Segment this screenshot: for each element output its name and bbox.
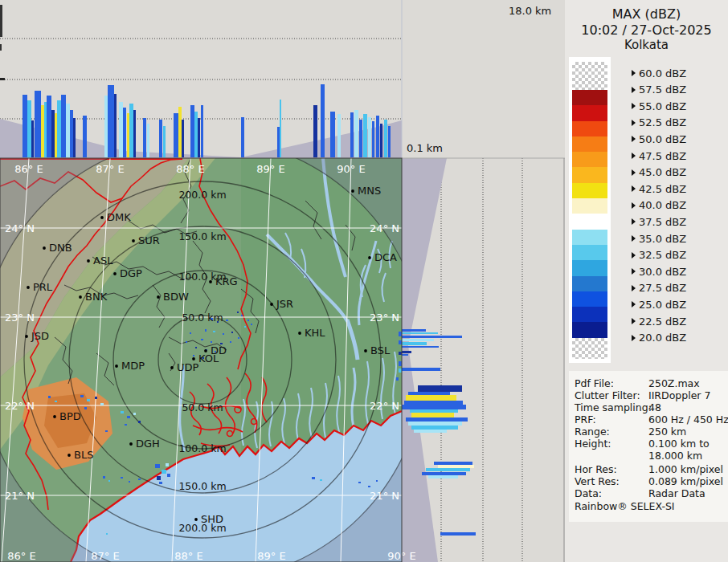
echo-pixel (157, 476, 161, 480)
echo-pixel (201, 339, 203, 340)
city-dot-BLS (67, 454, 71, 457)
max-height-label: 18.0 km (509, 5, 551, 17)
right-profile-bar (402, 351, 411, 353)
legend-checker-band-top (572, 62, 607, 90)
top-profile-bar (321, 84, 325, 157)
top-profile-bar (178, 107, 182, 157)
echo-pixel (167, 474, 170, 477)
beam-blockage-wedge-right (402, 158, 447, 562)
city-label-MNS: MNS (358, 185, 381, 197)
echo-pixel (103, 476, 105, 479)
info-label: Hor Res: (575, 463, 617, 475)
info-label: Data: (575, 487, 602, 499)
latitude-label-left: 22° N (5, 400, 35, 412)
latitude-label-right: 23° N (370, 312, 399, 324)
echo-pixel (193, 355, 194, 356)
city-label-JSR: JSR (276, 298, 293, 310)
info-value: IIRDoppler 7 (648, 389, 710, 401)
city-dot-BSL (364, 349, 367, 352)
city-label-BSL: BSL (370, 344, 391, 356)
range-ring-label: 200.0 km (178, 189, 226, 201)
info-row: Time sampling:48 (575, 401, 726, 413)
right-profile-bar (406, 395, 456, 401)
top-profile-bar (277, 127, 280, 157)
product-title: MAX (dBZ) (565, 6, 728, 22)
echo-pixel (138, 421, 141, 423)
right-profile-bar (406, 417, 468, 422)
info-row: PRF:600 Hz / 450 Hz (575, 413, 726, 426)
city-dot-BDW (157, 295, 160, 299)
city-dot-KOL (192, 357, 195, 360)
legend-band-1 (572, 105, 607, 120)
top-profile-bar (159, 120, 162, 157)
range-ring-label: 150.0 km (178, 230, 226, 242)
city-label-DGH: DGH (136, 438, 160, 450)
top-profile-bar (104, 96, 108, 157)
echo-pixel (399, 352, 402, 355)
city-label-DGP: DGP (120, 267, 142, 279)
software-brand: Rainbow® SELEX-SI (575, 500, 675, 512)
top-profile-bar (163, 126, 166, 157)
echo-pixel (368, 486, 370, 487)
info-value: 250Z.max (648, 377, 700, 389)
top-profile-bar (47, 96, 51, 157)
legend-band-0 (572, 90, 607, 105)
echo-pixel (211, 341, 212, 343)
city-label-DNB: DNB (49, 242, 72, 254)
legend-band-9 (572, 230, 607, 245)
city-dot-DNB (43, 246, 46, 250)
legend-band-10 (572, 245, 607, 260)
top-profile-bar (66, 104, 70, 157)
top-profile-bar (384, 120, 387, 157)
info-value: 250 km (648, 426, 686, 438)
echo-pixel (106, 533, 108, 535)
info-label: Vert Res: (575, 475, 620, 487)
top-profile-bar (61, 95, 66, 157)
echo-pixel (223, 333, 224, 335)
echo-pixel (376, 480, 378, 482)
top-profile-bar (41, 105, 44, 157)
longitude-label-bottom: 88° E (174, 550, 202, 562)
right-profile-bar (428, 475, 458, 479)
info-label: Time sampling: (575, 401, 652, 413)
right-profile-bar (426, 468, 470, 471)
echo-pixel (230, 341, 231, 343)
top-profile-bar (363, 114, 367, 157)
range-ring-label: 100.0 km (178, 442, 226, 454)
right-profile-bar (418, 385, 462, 392)
top-profile-bar (147, 124, 149, 157)
top-profile-bar (73, 118, 76, 157)
right-profile-bar (402, 336, 462, 338)
info-row: Hor Res:1.000 km/pixel (575, 463, 726, 475)
top-profile-bar (368, 117, 371, 157)
echo-pixel (155, 464, 160, 468)
right-profile-bar (402, 342, 427, 345)
right-profile-bar (402, 368, 440, 371)
echo-pixel (87, 399, 90, 401)
legend-checker-band-bottom (572, 338, 607, 359)
city-label-ASL: ASL (93, 255, 113, 267)
echo-pixel (399, 369, 402, 373)
echo-pixel (95, 397, 97, 399)
latitude-label-left: 21° N (5, 490, 35, 502)
info-row: Range:250 km (575, 426, 726, 438)
top-profile-bar (70, 110, 73, 157)
echo-pixel (213, 331, 215, 332)
echo-pixel (105, 430, 108, 432)
right-profile-bar (408, 392, 450, 395)
legend-band-6 (572, 183, 607, 198)
top-profile-bar (127, 113, 129, 157)
city-label-BPD: BPD (59, 410, 81, 422)
city-label-PRL: PRL (33, 281, 53, 293)
echo-pixel (195, 347, 197, 348)
radar-display: DMKDNBSURASLDGPPRLBNKBDWKRGJSRKHLMNSDCAB… (0, 0, 728, 562)
top-profile-bar (376, 116, 379, 157)
echo-pixel (399, 361, 402, 366)
echo-pixel (133, 413, 136, 415)
echo-pixel (251, 324, 252, 325)
info-value: 18.000 km (648, 450, 702, 462)
city-dot-JSD (25, 335, 28, 338)
top-profile-bar (330, 112, 335, 157)
right-profile-bar (404, 401, 463, 405)
echo-pixel (80, 395, 84, 397)
